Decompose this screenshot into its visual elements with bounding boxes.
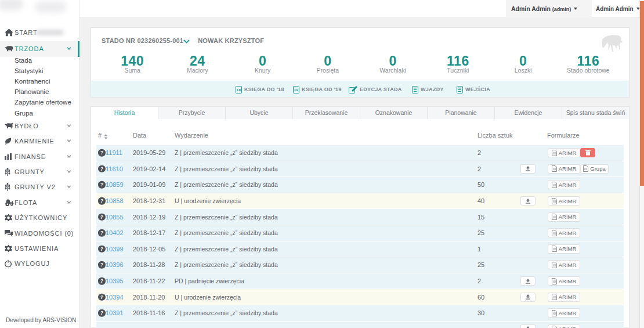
svg-text:19: 19	[294, 88, 299, 92]
svg-text:18: 18	[237, 88, 241, 92]
